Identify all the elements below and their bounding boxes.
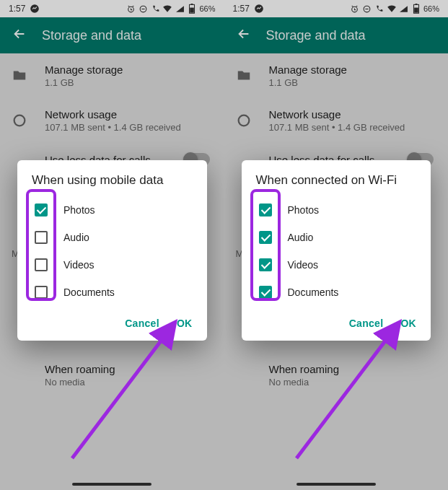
option-photos[interactable]: Photos [17,196,207,224]
phone-screenshot-left: 1:57 66% Storage and data Manage storage… [0,0,224,490]
checkbox-photos[interactable] [35,204,48,216]
option-label: Photos [63,204,95,216]
checkbox-audio[interactable] [259,231,272,244]
option-label: Documents [288,286,339,298]
option-videos[interactable]: Videos [242,251,431,279]
checkbox-audio[interactable] [35,231,48,244]
checkbox-videos[interactable] [35,258,48,271]
dialog-mobile-data: When using mobile data Photos Audio Vide… [17,160,207,341]
option-audio[interactable]: Audio [242,224,431,251]
checkbox-documents[interactable] [35,286,48,299]
option-label: Videos [63,259,95,271]
cancel-button[interactable]: Cancel [125,318,159,329]
option-photos[interactable]: Photos [242,196,431,224]
checkbox-photos[interactable] [259,204,272,216]
phone-screenshot-right: 1:57 66% Storage and data Manage storage… [224,0,449,490]
ok-button[interactable]: OK [400,318,416,329]
checkbox-documents[interactable] [259,286,272,299]
checkbox-videos[interactable] [259,258,272,271]
option-documents[interactable]: Documents [17,279,207,306]
option-label: Photos [288,204,320,216]
option-documents[interactable]: Documents [242,279,431,306]
option-audio[interactable]: Audio [17,224,207,251]
dialog-title: When connected on Wi-Fi [242,173,431,196]
option-label: Documents [63,286,115,298]
ok-button[interactable]: OK [177,318,193,329]
dialog-wifi: When connected on Wi-Fi Photos Audio Vid… [242,160,431,341]
option-label: Videos [288,259,319,271]
dialog-title: When using mobile data [17,173,207,196]
option-label: Audio [288,232,314,243]
option-label: Audio [63,232,89,243]
cancel-button[interactable]: Cancel [349,318,384,329]
option-videos[interactable]: Videos [17,251,207,279]
